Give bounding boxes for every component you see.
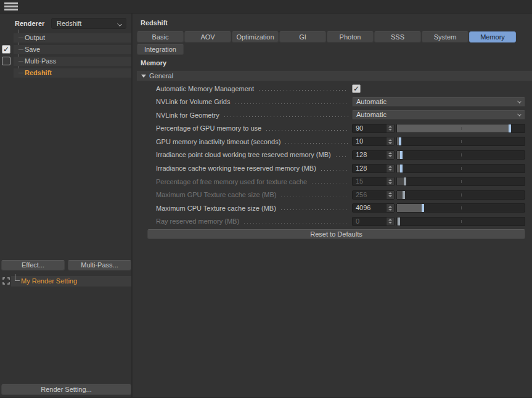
- slider-handle[interactable]: [422, 204, 424, 212]
- param-row: Automatic Memory Management✓: [134, 84, 525, 93]
- tab-memory[interactable]: Memory: [469, 31, 516, 43]
- slider-midpoint-tick: [461, 220, 462, 223]
- param-label: Maximum GPU Texture cache size (MB): [156, 191, 276, 198]
- param-label: NVLink for Geometry: [156, 112, 219, 119]
- my-render-setting-label[interactable]: My Render Setting: [21, 277, 77, 285]
- tree-branch-line: [18, 38, 23, 38]
- spinner-control[interactable]: [386, 124, 394, 132]
- sidebar-item-save[interactable]: Save: [25, 46, 40, 53]
- param-field: 10: [352, 137, 525, 146]
- spinner-control[interactable]: [386, 217, 394, 225]
- spinner-up-icon: [388, 166, 392, 168]
- slider-handle[interactable]: [398, 217, 400, 225]
- slider-handle[interactable]: [404, 177, 406, 185]
- dotted-leader: [234, 101, 348, 105]
- spinner-control[interactable]: [386, 191, 394, 199]
- spinner-control[interactable]: [386, 204, 394, 212]
- param-field: 90: [352, 124, 525, 133]
- param-slider[interactable]: [396, 177, 525, 186]
- spinner-control[interactable]: [386, 137, 394, 145]
- param-label: NVLink for Volume Grids: [156, 98, 230, 105]
- spinner-up-icon: [388, 179, 392, 181]
- spinner-control[interactable]: [386, 177, 394, 185]
- tab-system[interactable]: System: [422, 31, 469, 43]
- spinner-down-icon: [388, 195, 392, 197]
- enable-checkbox-checked[interactable]: ✓: [2, 45, 10, 54]
- param-number-input[interactable]: 128: [352, 164, 395, 173]
- render-setting-button[interactable]: Render Setting...: [1, 384, 131, 395]
- tab-optimization[interactable]: Optimization: [232, 31, 279, 43]
- spinner-down-icon: [388, 169, 392, 171]
- tab-gi[interactable]: GI: [279, 31, 326, 43]
- param-number-input[interactable]: 15: [352, 177, 395, 186]
- param-dropdown[interactable]: Automatic: [352, 110, 525, 120]
- sidebar-item-redshift[interactable]: Redshift: [25, 69, 52, 76]
- slider-handle[interactable]: [509, 124, 511, 132]
- renderer-row: Renderer Redshift: [0, 18, 133, 29]
- tab-integration[interactable]: Integration: [137, 44, 184, 55]
- param-slider[interactable]: [396, 164, 525, 173]
- param-slider[interactable]: [396, 150, 525, 160]
- param-field: 128: [352, 150, 525, 160]
- param-row: Percentage of free memory used for textu…: [134, 177, 525, 186]
- panel-title: Redshift: [141, 19, 168, 26]
- tab-basic[interactable]: Basic: [137, 31, 184, 43]
- group-header-general[interactable]: General: [137, 71, 532, 81]
- tab-aov[interactable]: AOV: [184, 31, 231, 43]
- tab-photon[interactable]: Photon: [327, 31, 374, 43]
- param-field: 4096: [352, 203, 525, 213]
- spinner-control[interactable]: [386, 151, 394, 159]
- hamburger-menu-icon[interactable]: [4, 2, 18, 12]
- dotted-leader: [284, 140, 348, 145]
- tree-elbow-line: [15, 274, 20, 281]
- dotted-leader: [335, 154, 348, 158]
- sidebar-item-multi-pass[interactable]: Multi-Pass: [25, 57, 56, 65]
- param-row: Irradiance point cloud working tree rese…: [134, 150, 525, 160]
- tab-bar: BasicAOVOptimizationGIPhotonSSSSystemMem…: [137, 31, 519, 43]
- param-slider[interactable]: [396, 137, 525, 146]
- param-slider[interactable]: [396, 203, 525, 213]
- sidebar-item-output[interactable]: Output: [25, 34, 45, 41]
- multi-pass-button[interactable]: Multi-Pass...: [68, 260, 131, 270]
- tab-sss[interactable]: SSS: [374, 31, 421, 43]
- spinner-up-icon: [388, 152, 392, 154]
- param-row: GPU memory inactivity timeout (seconds)1…: [134, 137, 525, 146]
- tree-row-output: Output: [0, 33, 133, 43]
- dotted-leader: [258, 87, 348, 92]
- param-label: Ray reserved memory (MB): [156, 217, 239, 225]
- slider-handle[interactable]: [400, 164, 403, 173]
- slider-handle[interactable]: [403, 191, 405, 199]
- enable-checkbox-unchecked[interactable]: [2, 57, 10, 65]
- slider-handle[interactable]: [399, 137, 401, 145]
- param-checkbox[interactable]: ✓: [352, 84, 361, 93]
- chevron-down-icon: [117, 22, 122, 26]
- param-dropdown[interactable]: Automatic: [352, 97, 525, 107]
- slider-handle[interactable]: [400, 151, 403, 159]
- tree-row-save: ✓Save: [0, 45, 133, 54]
- settings-tree: Output✓SaveMulti-PassRedshift: [0, 33, 133, 80]
- param-number-input[interactable]: 256: [352, 190, 395, 200]
- render-setting-item-row[interactable]: My Render Setting: [0, 276, 133, 286]
- selection-corners-icon[interactable]: [2, 277, 10, 285]
- slider-midpoint-tick: [461, 140, 462, 143]
- effect-button[interactable]: Effect...: [1, 260, 65, 270]
- param-number-input[interactable]: 90: [352, 124, 395, 133]
- param-slider[interactable]: [396, 124, 525, 133]
- param-slider[interactable]: [396, 217, 525, 226]
- param-number-input[interactable]: 0: [352, 217, 395, 226]
- param-number-input[interactable]: 128: [352, 150, 395, 160]
- param-field: 15: [352, 177, 525, 186]
- tree-branch-line: [18, 49, 23, 50]
- renderer-dropdown[interactable]: Redshift: [51, 18, 126, 29]
- tree-branch-line: [18, 73, 23, 73]
- dotted-leader: [243, 221, 348, 225]
- spinner-control[interactable]: [386, 164, 394, 173]
- chevron-down-icon: [517, 113, 521, 116]
- param-slider[interactable]: [396, 190, 525, 200]
- param-number-input[interactable]: 4096: [352, 203, 395, 213]
- spinner-down-icon: [388, 129, 392, 131]
- reset-to-defaults-button[interactable]: Reset to Defaults: [147, 229, 525, 239]
- param-number-input[interactable]: 10: [352, 137, 395, 146]
- slider-midpoint-tick: [461, 167, 462, 170]
- spinner-up-icon: [388, 206, 392, 208]
